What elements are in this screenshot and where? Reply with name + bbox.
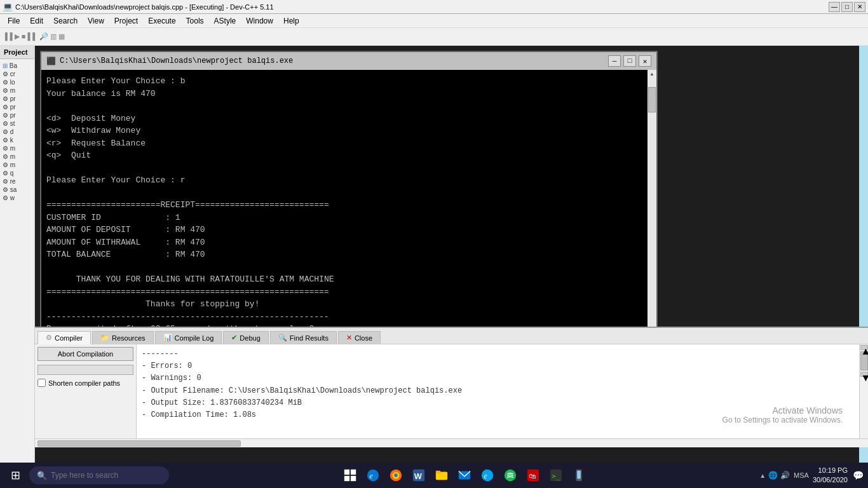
menu-item-astyle[interactable]: AStyle <box>209 15 241 27</box>
shorten-paths-checkbox[interactable] <box>37 379 46 387</box>
tab-compiler[interactable]: ⚙ Compiler <box>37 331 91 344</box>
bottom-log: -------- - Errors: 0 - Warnings: 0 - Out… <box>137 344 859 438</box>
taskbar-dev-tools-icon[interactable]: >_ <box>546 465 566 485</box>
taskbar-firefox-icon[interactable] <box>386 465 406 485</box>
taskbar-mail-icon[interactable] <box>454 465 475 485</box>
volume-icon[interactable]: 🔊 <box>780 471 790 480</box>
abort-compilation-button[interactable]: Abort Compilation <box>37 347 133 361</box>
menubar: FileEditSearchViewProjectExecuteToolsASt… <box>0 14 868 28</box>
search-input[interactable] <box>51 471 161 480</box>
tree-item-m3[interactable]: ⚙ m <box>1 152 33 161</box>
svg-point-8 <box>394 473 398 477</box>
svg-text:W: W <box>414 471 422 481</box>
bottom-log-scrollbar[interactable]: ▲ ▼ <box>859 344 868 438</box>
scroll-thumb[interactable] <box>648 87 656 112</box>
taskbar-store-icon[interactable]: 🛍 <box>523 465 543 485</box>
console-app-icon: ⬛ <box>46 57 56 66</box>
svg-text:e: e <box>369 471 373 480</box>
ide-title-text: C:\Users\BalqisKhai\Downloads\newproject… <box>15 3 274 11</box>
debug-tab-icon: ✔ <box>231 334 237 342</box>
tab-compile-log[interactable]: 📊 Compile Log <box>155 331 222 344</box>
find-results-tab-icon: 🔍 <box>278 334 287 342</box>
tree-item-st[interactable]: ⚙ st <box>1 119 33 128</box>
menu-item-edit[interactable]: Edit <box>25 15 48 27</box>
tree-item-sa[interactable]: ⚙ sa <box>1 186 33 194</box>
taskbar-edge-icon[interactable]: e <box>363 465 383 485</box>
search-bar[interactable]: 🔍 <box>29 466 169 484</box>
menu-item-search[interactable]: Search <box>48 15 83 27</box>
menu-item-execute[interactable]: Execute <box>143 15 180 27</box>
shorten-paths-label: Shorten compiler paths <box>48 379 120 387</box>
console-close-button[interactable]: ✕ <box>639 55 651 67</box>
log-compilation-time: - Compilation Time: 1.08s <box>142 409 854 421</box>
taskbar-left: ⊞ 🔍 <box>4 464 169 487</box>
resources-tab-label: Resources <box>112 334 146 342</box>
menu-item-file[interactable]: File <box>3 15 25 27</box>
console-titlebar: ⬛ C:\Users\BalqisKhai\Downloads\newproje… <box>41 52 656 70</box>
find-results-tab-label: Find Results <box>290 334 329 342</box>
menu-item-project[interactable]: Project <box>109 15 143 27</box>
bottom-content: Abort Compilation Shorten compiler paths… <box>35 344 868 438</box>
tree-item-pr1[interactable]: ⚙ pr <box>1 95 33 103</box>
tree-item-pr2[interactable]: ⚙ pr <box>1 103 33 111</box>
menu-item-window[interactable]: Window <box>241 15 278 27</box>
tree-item-w[interactable]: ⚙ w <box>1 194 33 202</box>
log-warnings: - Warnings: 0 <box>142 372 854 384</box>
show-hidden-icons[interactable]: ▲ <box>759 472 766 479</box>
ide-titlebar: 💻 C:\Users\BalqisKhai\Downloads\newproje… <box>0 0 868 14</box>
bottom-tabs: ⚙ Compiler 📁 Resources 📊 Compile Log ✔ D… <box>35 328 868 344</box>
menu-item-view[interactable]: View <box>83 15 109 27</box>
tree-item-q[interactable]: ⚙ q <box>1 169 33 177</box>
tree-item-lo[interactable]: ⚙ lo <box>1 78 33 86</box>
tab-resources[interactable]: 📁 Resources <box>92 331 154 344</box>
bottom-scroll-arrow-down[interactable]: ▼ <box>860 372 868 377</box>
svg-point-4 <box>367 470 378 481</box>
clock[interactable]: 10:19 PG 30/06/2020 <box>813 466 848 485</box>
user-label: MSA <box>794 471 809 479</box>
ide-close-button[interactable]: ✕ <box>854 2 865 12</box>
log-separator: -------- <box>142 348 854 360</box>
bottom-hscroll[interactable] <box>35 438 868 447</box>
log-output-filename: - Output Filename: C:\Users\BalqisKhai\D… <box>142 385 854 397</box>
tree-item-d[interactable]: ⚙ d <box>1 128 33 136</box>
taskbar-phone-icon[interactable] <box>569 465 589 485</box>
scroll-up-arrow[interactable]: ▲ <box>651 70 654 78</box>
menu-item-tools[interactable]: Tools <box>181 15 209 27</box>
bottom-scroll-arrow-up[interactable]: ▲ <box>860 345 868 350</box>
log-output-size: - Output Size: 1.83760833740234 MiB <box>142 397 854 409</box>
tree-item-re[interactable]: ⚙ re <box>1 177 33 186</box>
taskbar-file-explorer-icon[interactable] <box>431 465 452 485</box>
network-icon[interactable]: 🌐 <box>768 471 778 480</box>
console-maximize-button[interactable]: □ <box>623 55 636 67</box>
compiler-tab-label: Compiler <box>55 334 83 342</box>
start-button[interactable]: ⊞ <box>4 464 27 487</box>
tree-item-cr[interactable]: ⚙ cr <box>1 70 33 78</box>
tab-debug[interactable]: ✔ Debug <box>223 331 268 344</box>
close-tab-icon: ✕ <box>346 334 352 342</box>
taskbar-right: ▲ 🌐 🔊 MSA 10:19 PG 30/06/2020 💬 <box>759 466 864 485</box>
tree-item-m1[interactable]: ⚙ m <box>1 86 33 95</box>
tree-root[interactable]: ⊞ Ba <box>1 62 33 70</box>
tab-find-results[interactable]: 🔍 Find Results <box>270 331 337 344</box>
center-area: ⬛ C:\Users\BalqisKhai\Downloads\newproje… <box>35 46 868 463</box>
taskbar-edge2-icon[interactable]: e <box>477 465 498 485</box>
search-icon: 🔍 <box>37 471 47 480</box>
bottom-panel: ⚙ Compiler 📁 Resources 📊 Compile Log ✔ D… <box>35 327 868 447</box>
notification-button[interactable]: 💬 <box>851 466 864 484</box>
clock-date: 30/06/2020 <box>813 475 848 485</box>
tab-close[interactable]: ✕ Close <box>338 331 381 344</box>
tree-item-m2[interactable]: ⚙ m <box>1 144 33 152</box>
console-minimize-button[interactable]: — <box>608 55 621 67</box>
tree-item-k[interactable]: ⚙ k <box>1 136 33 144</box>
hscroll-thumb[interactable] <box>37 440 241 447</box>
ide-maximize-button[interactable]: □ <box>841 2 853 12</box>
windows-icon: ⊞ <box>11 468 20 482</box>
tree-item-m4[interactable]: ⚙ m <box>1 161 33 169</box>
taskbar-word-icon[interactable]: W <box>409 465 429 485</box>
menu-item-help[interactable]: Help <box>278 15 304 27</box>
ide-minimize-button[interactable]: — <box>829 2 840 12</box>
taskbar-spotify-icon[interactable] <box>500 465 520 485</box>
svg-rect-12 <box>435 471 440 473</box>
taskbar-task-view[interactable] <box>340 465 360 485</box>
tree-item-pr3[interactable]: ⚙ pr <box>1 111 33 119</box>
